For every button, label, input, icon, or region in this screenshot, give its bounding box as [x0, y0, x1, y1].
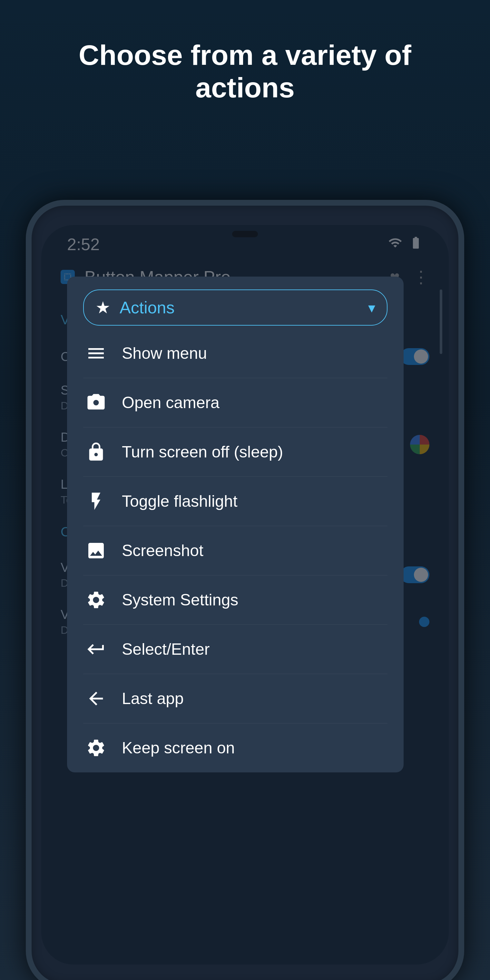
menu-item-screenshot[interactable]: Screenshot — [67, 526, 404, 575]
menu-label-screen-off: Turn screen off (sleep) — [122, 442, 283, 461]
screenshot-icon — [83, 538, 109, 563]
menu-label-keep-screen: Keep screen on — [122, 738, 235, 757]
last-app-icon — [83, 686, 109, 711]
actions-label: Actions — [119, 298, 368, 317]
menu-label-last-app: Last app — [122, 689, 184, 708]
dropdown-card: ★ Actions ▾ Show menu Open camera — [67, 277, 404, 772]
enter-icon — [83, 636, 109, 662]
menu-item-keep-screen[interactable]: Keep screen on — [67, 723, 404, 772]
keep-screen-icon — [83, 735, 109, 761]
lock-icon — [83, 439, 109, 465]
actions-selector[interactable]: ★ Actions ▾ — [83, 290, 388, 326]
menu-label-flashlight: Toggle flashlight — [122, 492, 238, 511]
menu-item-last-app[interactable]: Last app — [67, 674, 404, 723]
menu-label-settings: System Settings — [122, 590, 238, 609]
actions-star-icon: ★ — [95, 298, 111, 317]
menu-item-select-enter[interactable]: Select/Enter — [67, 625, 404, 674]
menu-label-select-enter: Select/Enter — [122, 640, 210, 659]
menu-label-screenshot: Screenshot — [122, 541, 204, 560]
menu-label-show-menu: Show menu — [122, 344, 207, 363]
phone-frame: 2:52 — [26, 200, 464, 980]
settings-icon — [83, 587, 109, 613]
chevron-down-icon: ▾ — [368, 299, 375, 316]
menu-item-settings[interactable]: System Settings — [67, 576, 404, 624]
hero-text: Choose from a variety of actions — [0, 39, 490, 104]
menu-item-show-menu[interactable]: Show menu — [67, 329, 404, 378]
menu-icon — [83, 340, 109, 366]
menu-item-screen-off[interactable]: Turn screen off (sleep) — [67, 428, 404, 476]
menu-label-open-camera: Open camera — [122, 393, 220, 412]
camera-icon — [83, 390, 109, 415]
menu-item-flashlight[interactable]: Toggle flashlight — [67, 477, 404, 526]
phone-screen: 2:52 — [41, 225, 449, 964]
menu-item-open-camera[interactable]: Open camera — [67, 378, 404, 427]
flashlight-icon — [83, 488, 109, 514]
